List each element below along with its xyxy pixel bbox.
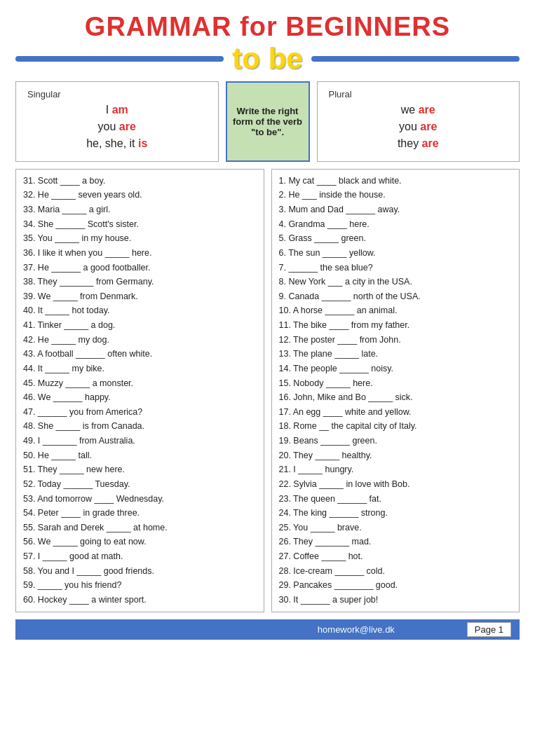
right-exercise-item: 4. Grandma ____ here.	[279, 217, 513, 232]
right-exercise-item: 10. A horse ______ an animal.	[279, 303, 513, 318]
right-exercise-item: 24. The king ______ strong.	[279, 506, 513, 521]
plural-title: Plural	[329, 89, 508, 99]
left-exercise-col: 31. Scott ____ a boy.32. He _____ seven …	[15, 169, 264, 612]
left-exercise-item: 41. Tinker _____ a dog.	[23, 318, 257, 333]
right-exercise-item: 23. The queen ______ fat.	[279, 492, 513, 507]
plural-line-1: we are	[329, 104, 508, 116]
left-exercise-item: 59. _____ you his friend?	[23, 578, 257, 593]
left-exercise-item: 37. He ______ a good footballer.	[23, 261, 257, 275]
right-exercise-item: 29. Pancakes ________ good.	[279, 578, 513, 593]
plural-line-2: you are	[329, 121, 508, 133]
left-exercise-item: 52. Today ______ Tuesday.	[23, 477, 257, 492]
right-exercise-col: 1. My cat ____ black and white.2. He ___…	[271, 169, 520, 612]
right-exercise-item: 22. Sylvia _____ in love with Bob.	[279, 477, 513, 492]
left-exercise-item: 48. She _____ is from Canada.	[23, 419, 257, 434]
left-exercise-item: 35. You _____ in my house.	[23, 231, 257, 246]
left-exercise-item: 39. We _____ from Denmark.	[23, 289, 257, 304]
footer: homework@live.dk Page 1	[15, 619, 520, 640]
right-exercise-item: 26. They _______ mad.	[279, 535, 513, 549]
plural-box: Plural we are you are they are	[317, 81, 520, 162]
left-exercise-item: 40. It _____ hot today.	[23, 303, 257, 318]
right-exercise-item: 17. An egg ____ white and yellow.	[279, 405, 513, 420]
right-exercise-item: 19. Beans ______ green.	[279, 434, 513, 448]
left-exercise-item: 50. He _____ tall.	[23, 448, 257, 463]
right-exercise-item: 2. He ___ inside the house.	[279, 188, 513, 202]
subtitle: to be	[224, 42, 311, 76]
right-exercise-item: 20. They _____ healthy.	[279, 448, 513, 463]
left-exercise-item: 60. Hockey ____ a winter sport.	[23, 593, 257, 607]
left-exercise-item: 42. He _____ my dog.	[23, 333, 257, 348]
blue-bar-right	[311, 56, 520, 62]
singular-line-1: I am	[27, 104, 207, 116]
left-exercise-item: 38. They _______ from Germany.	[23, 275, 257, 289]
right-exercise-item: 15. Nobody _____ here.	[279, 376, 513, 391]
left-exercise-item: 43. A football ______ often white.	[23, 347, 257, 362]
right-exercise-item: 8. New York ___ a city in the USA.	[279, 275, 513, 289]
right-exercise-item: 13. The plane _____ late.	[279, 347, 513, 362]
right-exercise-item: 28. Ice-cream ______ cold.	[279, 564, 513, 579]
left-exercise-item: 34. She ______ Scott's sister.	[23, 217, 257, 232]
singular-line-2: you are	[27, 121, 207, 133]
page-number: Page 1	[467, 622, 511, 637]
right-exercise-item: 18. Rome __ the capital city of Italy.	[279, 419, 513, 434]
left-exercise-item: 32. He _____ seven years old.	[23, 188, 257, 202]
left-exercise-item: 54. Peter ____ in grade three.	[23, 506, 257, 521]
blue-bar-left	[15, 56, 224, 62]
left-exercise-item: 33. Maria _____ a girl.	[23, 202, 257, 217]
page-title: GRAMMAR for BEGINNERS	[15, 13, 520, 42]
left-exercise-item: 31. Scott ____ a boy.	[23, 174, 257, 188]
right-exercise-item: 12. The poster ____ from John.	[279, 333, 513, 348]
left-exercise-item: 55. Sarah and Derek _____ at home.	[23, 521, 257, 535]
right-exercise-item: 25. You _____ brave.	[279, 521, 513, 535]
right-exercise-item: 30. It ______ a super job!	[279, 593, 513, 607]
left-exercise-item: 36. I like it when you _____ here.	[23, 246, 257, 261]
left-exercise-item: 44. It _____ my bike.	[23, 362, 257, 376]
right-exercise-item: 14. The people ______ noisy.	[279, 362, 513, 376]
left-exercise-item: 57. I _____ good at math.	[23, 549, 257, 564]
right-exercise-item: 6. The sun _____ yellow.	[279, 246, 513, 261]
right-exercise-item: 1. My cat ____ black and white.	[279, 174, 513, 188]
left-exercise-item: 47. ______ you from America?	[23, 405, 257, 420]
footer-email: homework@live.dk	[245, 624, 467, 635]
right-exercise-item: 7. ______ the sea blue?	[279, 261, 513, 275]
right-exercise-item: 9. Canada ______ north of the USA.	[279, 289, 513, 304]
left-exercise-item: 58. You and I _____ good friends.	[23, 564, 257, 579]
left-exercise-item: 51. They _____ new here.	[23, 462, 257, 477]
right-exercise-item: 21. I _____ hungry.	[279, 462, 513, 477]
singular-title: Singular	[27, 89, 207, 99]
plural-line-3: they are	[329, 137, 508, 150]
right-exercise-item: 5. Grass _____ green.	[279, 231, 513, 246]
right-exercise-item: 3. Mum and Dad ______ away.	[279, 202, 513, 217]
left-exercise-item: 46. We ______ happy.	[23, 390, 257, 405]
left-exercise-item: 45. Muzzy _____ a monster.	[23, 376, 257, 391]
right-exercise-item: 16. John, Mike and Bo _____ sick.	[279, 390, 513, 405]
middle-instruction-box: Write the right form of the verb "to be"…	[226, 81, 310, 162]
left-exercise-item: 49. I _______ from Australia.	[23, 434, 257, 448]
left-exercise-item: 53. And tomorrow ____ Wednesday.	[23, 492, 257, 507]
right-exercise-item: 11. The bike ____ from my father.	[279, 318, 513, 333]
left-exercise-item: 56. We _____ going to eat now.	[23, 535, 257, 549]
right-exercise-item: 27. Coffee _____ hot.	[279, 549, 513, 564]
singular-box: Singular I am you are he, she, it is	[15, 81, 219, 162]
singular-line-3: he, she, it is	[27, 137, 207, 150]
